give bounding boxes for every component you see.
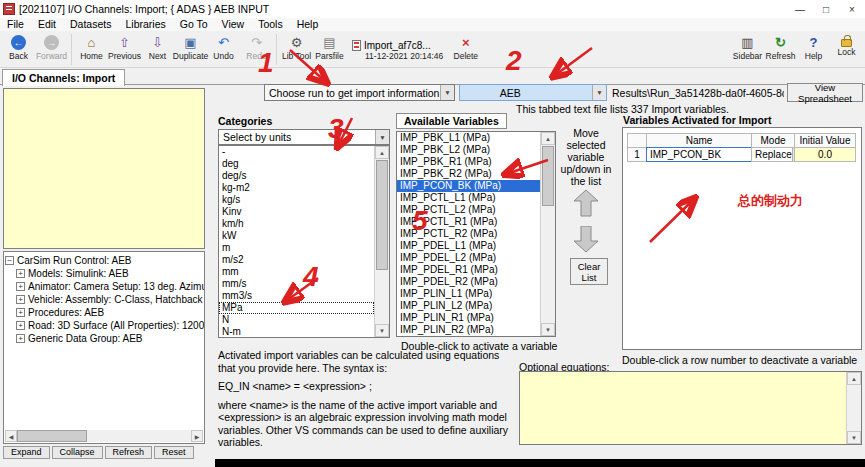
- lock-button[interactable]: Lock: [830, 33, 863, 61]
- unit-item[interactable]: deg/s: [219, 170, 374, 182]
- maximize-button[interactable]: □: [813, 0, 839, 18]
- undo-button[interactable]: ↶ Undo: [207, 33, 240, 61]
- scroll-up-icon[interactable]: ▲: [541, 132, 555, 145]
- tree-item[interactable]: + Vehicle: Assembly: C-Class, Hatchback …: [16, 293, 203, 306]
- current-dataset[interactable]: Import_af7c8... 11-12-2021 20:14:46: [346, 33, 449, 67]
- variable-name-input[interactable]: IMP_PCON_BK: [646, 147, 752, 162]
- move-down-arrow[interactable]: [574, 226, 598, 253]
- expand-icon[interactable]: +: [16, 295, 25, 304]
- refresh-button[interactable]: ↻ Refresh: [764, 33, 797, 61]
- menu-item[interactable]: View: [215, 18, 252, 31]
- scroll-up-icon[interactable]: ▲: [375, 146, 389, 159]
- unit-item[interactable]: N-m: [219, 326, 374, 338]
- variable-item[interactable]: IMP_PCON_BK (MPa): [397, 180, 540, 192]
- tree-root[interactable]: − CarSim Run Control: AEB: [5, 254, 203, 267]
- variable-item[interactable]: IMP_PCTL_L1 (MPa): [397, 192, 540, 204]
- variable-item[interactable]: IMP_PBK_L2 (MPa): [397, 144, 540, 156]
- variable-item[interactable]: IMP_PBK_R2 (MPa): [397, 168, 540, 180]
- next-button[interactable]: ⇩ Next: [141, 33, 174, 61]
- variable-item[interactable]: IMP_PDEL_R1 (MPa): [397, 264, 540, 276]
- parsfile-button[interactable]: ▤ Parsfile: [313, 33, 346, 61]
- minimize-button[interactable]: —: [787, 0, 813, 18]
- expand-icon[interactable]: +: [16, 282, 25, 291]
- scrollbar-thumb[interactable]: [17, 430, 87, 442]
- unit-item[interactable]: mm3/s: [219, 290, 374, 302]
- variable-item[interactable]: IMP_PBK_L1 (MPa): [397, 132, 540, 144]
- forward-button[interactable]: → Forward: [35, 33, 68, 61]
- tab-io-channels-import[interactable]: I/O Channels: Import: [2, 69, 125, 86]
- mode-select[interactable]: Replace ▼: [751, 147, 795, 162]
- unit-item[interactable]: mm: [219, 266, 374, 278]
- menu-item[interactable]: Edit: [31, 18, 63, 31]
- scroll-right-icon[interactable]: ▶: [191, 430, 203, 442]
- scroll-down-icon[interactable]: ▼: [375, 324, 389, 337]
- help-button[interactable]: ? Help: [797, 33, 830, 61]
- variable-item[interactable]: IMP_PLIN_L1 (MPa): [397, 288, 540, 300]
- tree-item[interactable]: + Road: 3D Surface (All Properties): 120…: [16, 319, 203, 332]
- unit-item[interactable]: km/h: [219, 218, 374, 230]
- scroll-up-icon[interactable]: ▲: [847, 372, 861, 385]
- view-spreadsheet-button[interactable]: View Spreadsheet: [787, 83, 863, 102]
- sidebar-toggle-button[interactable]: ▥ Sidebar: [731, 33, 764, 61]
- delete-button[interactable]: × Delete: [449, 33, 482, 61]
- tree-item[interactable]: + Generic Data Group: AEB: [16, 332, 203, 345]
- variable-item[interactable]: IMP_PCTL_L2 (MPa): [397, 204, 540, 216]
- unit-item[interactable]: N: [219, 314, 374, 326]
- scrollbar-thumb[interactable]: [376, 160, 388, 270]
- scrollbar-thumb[interactable]: [542, 146, 554, 206]
- expand-icon[interactable]: +: [16, 334, 25, 343]
- menu-item[interactable]: Go To: [173, 18, 215, 31]
- initial-value-cell[interactable]: 0.0: [794, 147, 856, 162]
- menu-item[interactable]: Libraries: [118, 18, 172, 31]
- expand-icon[interactable]: +: [16, 321, 25, 330]
- equations-scrollbar[interactable]: ▲ ▼: [846, 372, 861, 444]
- chevron-down-icon[interactable]: ▼: [440, 85, 454, 100]
- tree-horizontal-scrollbar[interactable]: ◀ ▶: [5, 430, 203, 442]
- collapse-icon[interactable]: −: [5, 256, 14, 265]
- tree-item[interactable]: + Animator: Camera Setup: 13 deg. Azimut…: [16, 280, 203, 293]
- back-button[interactable]: ← Back: [2, 33, 35, 61]
- tree-item[interactable]: + Procedures: AEB: [16, 306, 203, 319]
- variable-item[interactable]: IMP_PDEL_L2 (MPa): [397, 252, 540, 264]
- chevron-down-icon[interactable]: ▼: [375, 130, 389, 144]
- variable-item[interactable]: IMP_PCTL_R1 (MPa): [397, 216, 540, 228]
- close-button[interactable]: ×: [839, 0, 865, 18]
- tree-button[interactable]: Collapse: [52, 446, 103, 459]
- unit-item[interactable]: kg-m2: [219, 182, 374, 194]
- variable-item[interactable]: IMP_PLIN_R2 (MPa): [397, 324, 540, 336]
- tree-button[interactable]: Expand: [3, 446, 50, 459]
- unit-item[interactable]: Kinv: [219, 206, 374, 218]
- variable-item[interactable]: IMP_PBK_R1 (MPa): [397, 156, 540, 168]
- tree-button[interactable]: Reset: [154, 446, 194, 459]
- units-scrollbar[interactable]: ▲ ▼: [374, 146, 389, 337]
- tree-item[interactable]: + Models: Simulink: AEB: [16, 267, 203, 280]
- redo-button[interactable]: ↷ Redo: [240, 33, 273, 61]
- optional-equations-textarea[interactable]: ▲ ▼: [519, 371, 862, 445]
- menu-item[interactable]: File: [0, 18, 31, 31]
- variable-item[interactable]: IMP_PDEL_R2 (MPa): [397, 276, 540, 288]
- select-by-units-dropdown[interactable]: Select by units ▼: [218, 129, 390, 145]
- expand-icon[interactable]: +: [16, 269, 25, 278]
- unit-item[interactable]: MPa: [219, 302, 374, 314]
- clear-list-button[interactable]: Clear List: [570, 258, 608, 285]
- variable-item[interactable]: IMP_PDEL_L1 (MPa): [397, 240, 540, 252]
- unit-item[interactable]: m/s2: [219, 254, 374, 266]
- lib-tool-button[interactable]: ⚙ Lib Tool: [280, 33, 313, 61]
- move-up-arrow[interactable]: [574, 190, 598, 217]
- scroll-left-icon[interactable]: ◀: [5, 430, 17, 442]
- unit-item[interactable]: deg: [219, 158, 374, 170]
- run-select-dropdown[interactable]: AEB ▼: [459, 84, 607, 101]
- duplicate-button[interactable]: ▣ Duplicate: [174, 33, 207, 61]
- previous-button[interactable]: ⇧ Previous: [108, 33, 141, 61]
- variables-scrollbar[interactable]: ▲ ▼: [540, 132, 555, 336]
- unit-item[interactable]: kg/s: [219, 194, 374, 206]
- menu-item[interactable]: Datasets: [63, 18, 118, 31]
- home-button[interactable]: ⌂ Home: [75, 33, 108, 61]
- variable-item[interactable]: IMP_PCTL_R2 (MPa): [397, 228, 540, 240]
- choose-run-dropdown[interactable]: Choose run to get import information ▼: [264, 84, 455, 101]
- chevron-down-icon[interactable]: ▼: [592, 85, 606, 100]
- unit-item[interactable]: m: [219, 242, 374, 254]
- tree-button[interactable]: Refresh: [105, 446, 153, 459]
- unit-item[interactable]: -: [219, 146, 374, 158]
- variable-item[interactable]: IMP_PLIN_R1 (MPa): [397, 312, 540, 324]
